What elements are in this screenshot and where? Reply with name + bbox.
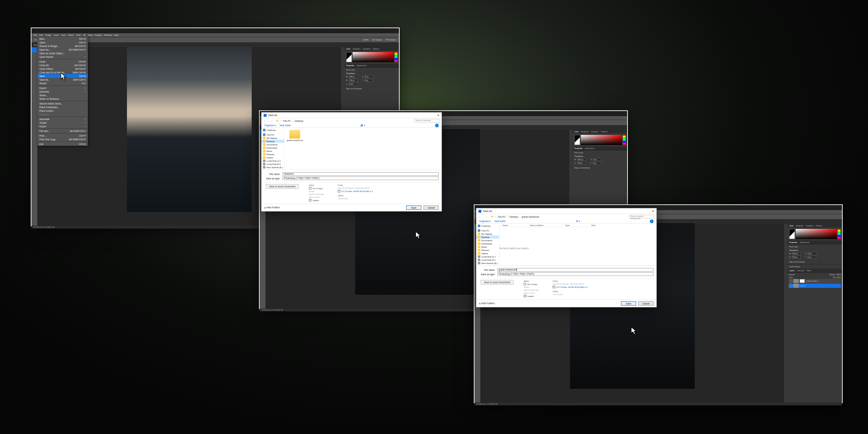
tool-slot[interactable]	[32, 129, 37, 133]
tool-slot[interactable]	[260, 237, 265, 242]
tool-slot[interactable]	[260, 232, 265, 237]
angle-input[interactable]	[349, 82, 358, 85]
tab-gradients[interactable]: Gradients	[806, 225, 814, 227]
x-input[interactable]	[365, 75, 374, 78]
breadcrumb-bar[interactable]: ← → ↑ 📁 › This PC › Desktop Search Deskt…	[261, 118, 442, 123]
tool-slot[interactable]	[475, 321, 480, 326]
close-icon[interactable]: ✕	[652, 210, 654, 213]
menu-image[interactable]: Image	[45, 34, 51, 36]
tab-swatches[interactable]: Swatches	[796, 225, 804, 227]
tool-slot[interactable]	[32, 63, 37, 68]
y-input[interactable]	[365, 79, 373, 82]
cancel-button[interactable]: Cancel	[638, 301, 654, 306]
menu-item-open[interactable]: Open...Ctrl+O	[37, 41, 88, 44]
save-button[interactable]: Save	[406, 205, 421, 210]
tool-slot[interactable]	[32, 48, 37, 52]
tree-item-pictures[interactable]: Pictures	[261, 153, 284, 156]
menu-item-close[interactable]: CloseCtrl+W	[37, 60, 88, 63]
menu-edit[interactable]: Edit	[39, 34, 43, 36]
hide-folders-toggle[interactable]: ▴ Hide Folders	[479, 302, 495, 305]
color-panel-tabs[interactable]: ColorSwatchesGradientsPatterns	[573, 130, 627, 133]
tool-slot[interactable]	[260, 217, 265, 221]
menu-item-print[interactable]: Print...Ctrl+P	[37, 134, 88, 137]
visibility-icon[interactable]	[790, 284, 792, 287]
new-folder-button[interactable]: New folder	[494, 220, 506, 222]
menu-item-revert[interactable]: RevertF12	[37, 81, 88, 85]
menu-window[interactable]: Window	[104, 34, 112, 36]
menu-item-scripts[interactable]: Scripts	[37, 121, 88, 124]
menu-item-save-as[interactable]: Save As...Shift+Ctrl+S	[37, 78, 88, 81]
tree-item-onedrive[interactable]: OneDrive	[476, 224, 499, 227]
help-icon[interactable]: ?	[435, 124, 439, 127]
help-icon[interactable]: ?	[650, 220, 654, 223]
menu-item-share[interactable]: Share...	[37, 93, 88, 97]
view-icon[interactable]: ▦ ▾	[361, 124, 365, 127]
tree-item-new-volume-e[interactable]: New Volume (E:)	[476, 261, 499, 265]
tree-item-documents[interactable]: Documents	[476, 239, 499, 242]
menu-select[interactable]: Select	[68, 34, 74, 36]
tool-slot[interactable]	[32, 103, 37, 108]
foreground-background-swatch[interactable]	[346, 52, 352, 62]
tool-slot[interactable]	[32, 154, 37, 159]
menu-file[interactable]: File	[34, 34, 37, 36]
tree-item-new-volume-e[interactable]: New Volume (E:)	[261, 166, 284, 169]
tool-slot[interactable]	[32, 93, 37, 98]
menu-item-close-others[interactable]: Close OthersAlt+Ctrl+P	[37, 67, 88, 71]
tree-item-music[interactable]: Music	[261, 149, 284, 153]
folder-tree[interactable]: OneDriveThis PC3D ObjectsDesktopDocument…	[476, 224, 499, 265]
menu-3d[interactable]: 3D	[83, 34, 86, 36]
menu-item-search-adobe-stock[interactable]: Search Adobe Stock...	[37, 102, 88, 105]
nav-up-icon[interactable]: ↑	[486, 216, 487, 218]
properties-panel-tabs[interactable]: PropertiesAdjustments	[573, 146, 627, 150]
tool-slot[interactable]	[32, 139, 37, 144]
menu-item-exit[interactable]: ExitCtrl+Q	[37, 142, 88, 146]
tool-slot[interactable]	[32, 83, 37, 88]
tool-slot[interactable]	[32, 134, 37, 139]
tool-slot[interactable]	[32, 109, 37, 113]
tab-color[interactable]: Color	[574, 131, 579, 133]
file-list[interactable]: Name Date modified Type Size No items ma…	[499, 224, 656, 265]
tab-swatches[interactable]: Swatches	[353, 48, 361, 50]
organize-menu[interactable]: Organize ▾	[479, 220, 491, 223]
tab-properties[interactable]: Properties	[574, 147, 583, 149]
color-panel-tabs[interactable]: ColorSwatchesGradientsPatterns	[788, 224, 842, 227]
menu-item-close-and-go-to-bridge[interactable]: Close and Go to Bridge...Shift+Ctrl+W	[37, 71, 88, 74]
cancel-button[interactable]: Cancel	[424, 205, 439, 210]
folder-item[interactable]: grada headshots	[287, 130, 303, 141]
tab-gradients[interactable]: Gradients	[363, 48, 371, 50]
tool-slot[interactable]	[260, 212, 265, 216]
tree-item-d-objects[interactable]: 3D Objects	[476, 232, 499, 235]
fit-screen[interactable]: Fit Screen	[372, 39, 382, 41]
tab-swatches[interactable]: Swatches	[581, 131, 589, 133]
search-input[interactable]: Search grada headshots	[629, 215, 654, 218]
tool-slot[interactable]	[260, 222, 265, 226]
menubar[interactable]: FileEditImageLayerTypeSelectFilter3DView…	[31, 33, 399, 37]
tab-layers[interactable]: Layers	[789, 269, 795, 272]
tab-patterns[interactable]: Patterns	[816, 225, 822, 227]
tab-patterns[interactable]: Patterns	[373, 48, 379, 50]
crumb-folder[interactable]: grada headshots	[522, 216, 539, 218]
layers-panel-tabs[interactable]: LayersChannelsPaths	[788, 269, 842, 272]
tree-item-documents[interactable]: Documents	[261, 143, 284, 146]
tool-slot[interactable]	[475, 316, 480, 320]
file-list[interactable]: grada headshots	[285, 128, 442, 170]
tree-item-videos[interactable]: Videos	[476, 252, 499, 255]
dialog-titlebar[interactable]: Save As ✕	[261, 112, 442, 118]
menu-item-new[interactable]: New...Ctrl+N	[37, 37, 88, 41]
tool-slot[interactable]	[32, 149, 37, 154]
menu-item-share-on-behance[interactable]: Share on Behance...	[37, 97, 88, 101]
tab-channels[interactable]: Channels	[797, 269, 804, 272]
tool-slot[interactable]	[475, 311, 480, 315]
tree-item-music[interactable]: Music	[476, 245, 499, 248]
properties-panel-tabs[interactable]: PropertiesAdjustments	[345, 64, 399, 67]
file-name-input[interactable]: grada headshots	[497, 268, 654, 272]
menu-type[interactable]: Type	[61, 34, 66, 36]
menu-item-print-one-copy[interactable]: Print One CopyAlt+Shift+Ctrl+P	[37, 137, 88, 141]
menu-layer[interactable]: Layer	[54, 34, 59, 36]
nav-fwd-icon[interactable]: →	[482, 216, 485, 218]
tab-properties[interactable]: Properties	[789, 241, 797, 243]
menu-item-save[interactable]: SaveCtrl+S	[37, 74, 88, 78]
tree-item-local-disk-d[interactable]: Local Disk (D:)	[476, 258, 499, 261]
menu-item-open-as[interactable]: Open As...Alt+Shift+Ctrl+O	[37, 48, 88, 51]
save-type-select[interactable]: Photoshop (*.PSD;*.PDD;*.PSDT)	[497, 272, 654, 276]
